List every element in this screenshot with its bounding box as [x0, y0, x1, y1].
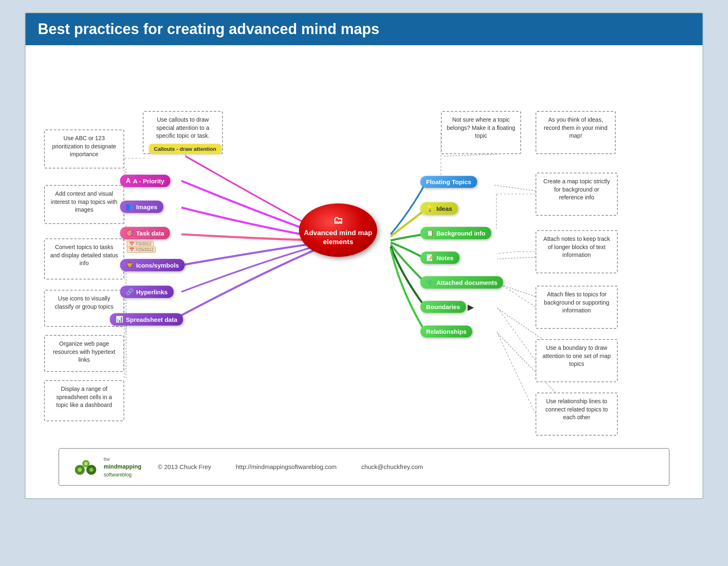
center-label: Advanced mind map elements	[299, 229, 377, 247]
mind-map-area: 🗂 Advanced mind map elements Callouts - …	[26, 53, 702, 444]
hyperlinks-icon: 🔗	[126, 288, 134, 296]
task-sub-2: 📅 7/25/2012	[127, 247, 156, 253]
topic-hyperlinks: 🔗 Hyperlinks	[120, 286, 174, 298]
info-box-images: Add context and visual interest to map t…	[44, 185, 124, 224]
topic-ideas: 💡 Ideas	[420, 202, 458, 215]
info-box-floating-topic: Not sure where a topic belongs? Make it …	[441, 111, 521, 154]
topic-images: 👥 Images	[120, 201, 163, 213]
topic-bginfo: 📋 Background info	[420, 227, 491, 239]
info-box-abc: Use ABC or 123 prioritization to designa…	[44, 129, 124, 169]
priority-icon: A	[126, 177, 131, 185]
svg-point-34	[78, 468, 82, 472]
center-icon: 🗂	[333, 214, 343, 226]
topic-floating: Floating Topics	[420, 176, 477, 188]
spreadsheet-icon: 📊	[116, 316, 123, 323]
notes-icon: 📝	[426, 254, 434, 261]
ideas-icon: 💡	[426, 205, 434, 212]
info-box-boundary: Use a boundary to draw attention to one …	[536, 339, 618, 382]
topic-relationships: Relationships	[420, 326, 472, 337]
topic-spreadsheet: 📊 Spreadsheet data	[110, 313, 183, 326]
info-box-hyperlinks: Organize web page resources with hyperte…	[44, 335, 124, 372]
task-sub-1: 📅 7/3/2012	[127, 241, 154, 247]
svg-line-7	[444, 154, 498, 156]
info-box-ideas-record: As you think of ideas, record them in yo…	[536, 111, 616, 154]
topic-priority: A A - Priority	[120, 175, 170, 187]
info-box-relationships: Use relationship lines to connect relate…	[536, 393, 618, 436]
info-box-spreadsheet: Display a range of spreadsheet cells in …	[44, 380, 124, 421]
svg-point-35	[84, 462, 88, 465]
footer: the mindmapping softwareblog © 2013 Chuc…	[58, 448, 670, 486]
topic-icons: 🦁 Icons/symbols	[120, 259, 185, 271]
images-icon: 👥	[126, 203, 134, 210]
topic-notes: 📝 Notes	[420, 252, 459, 264]
attached-icon: 📎	[426, 279, 434, 286]
title-bar: Best practices for creating advanced min…	[26, 13, 702, 45]
bginfo-icon: 📋	[426, 229, 434, 237]
page-title: Best practices for creating advanced min…	[38, 21, 690, 38]
footer-email: chuck@chuckfrey.com	[361, 463, 423, 470]
center-node: 🗂 Advanced mind map elements	[299, 203, 377, 257]
boundaries-arrow: ▶	[468, 302, 474, 312]
logo-svg	[72, 455, 100, 478]
topic-callout: Callouts - draw attention	[149, 144, 221, 154]
topic-boundaries: Boundaries	[420, 301, 466, 313]
footer-logo-text: the mindmapping softwareblog	[104, 455, 141, 478]
footer-copyright: © 2013 Chuck Frey	[158, 463, 211, 470]
info-box-notes: Attach notes to keep track of longer blo…	[536, 230, 618, 273]
icons-icon: 🦁	[126, 261, 134, 269]
svg-point-36	[89, 468, 93, 472]
main-container: Best practices for creating advanced min…	[25, 12, 703, 499]
footer-logo: the mindmapping softwareblog	[72, 455, 141, 478]
info-box-tasks: Convert topics to tasks and display deta…	[44, 238, 124, 280]
topic-attached: 📎 Attached documents	[420, 276, 503, 289]
info-box-bginfo: Create a map topic strictly for backgrou…	[536, 173, 618, 216]
footer-website: http://mindmappingsoftwareblog.com	[236, 463, 336, 470]
footer-links: © 2013 Chuck Frey http://mindmappingsoft…	[158, 463, 423, 470]
topic-boundaries-wrapper: Boundaries ▶	[420, 301, 474, 313]
task-icon: 🎯	[126, 229, 134, 237]
info-box-attached: Attach files to topics for background or…	[536, 286, 618, 329]
topic-task: 🎯 Task data	[120, 227, 170, 239]
